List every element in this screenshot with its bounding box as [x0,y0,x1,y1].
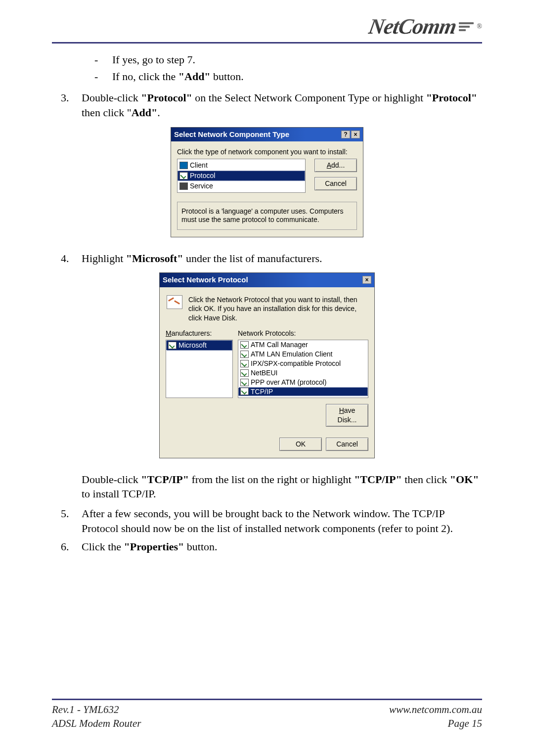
cancel-button[interactable]: Cancel [314,177,357,190]
manufacturers-listbox[interactable]: Microsoft [166,340,233,398]
network-protocol-icon [167,295,182,309]
service-icon [179,182,188,190]
footer-rule [52,699,482,700]
step-3: 3. Double-click "Protocol" on the Select… [52,90,482,120]
bold-tcpip: "TCP/IP" [141,473,189,486]
text-fragment: from the list on the right or highlight [189,473,354,486]
list-item[interactable]: PPP over ATM (protocol) [238,378,368,387]
dialog-title-text: Select Network Protocol [163,275,248,285]
list-item-microsoft[interactable]: Microsoft [166,340,232,351]
text-fragment: on the Select Network Component Type or … [192,91,426,104]
step-4: 4. Highlight "Microsoft" under the list … [52,251,482,266]
text-fragment: Double-click [82,91,141,104]
brand-logo: NetComm [367,14,458,39]
help-button[interactable]: ? [341,131,350,138]
logo-row: NetComm ® [52,14,482,39]
ok-button[interactable]: OK [279,438,322,451]
bold-protocol2: "Protocol" [426,91,477,104]
component-type-listbox[interactable]: Client Protocol Service [177,159,306,193]
text-fragment: Highlight [82,252,126,265]
list-item[interactable]: NetBEUI [238,368,368,378]
step-text: After a few seconds, you will be brought… [82,506,482,535]
step-number: 5. [61,506,75,535]
step-text: Click the "Properties" button. [82,539,482,554]
step-text: Double-click "Protocol" on the Select Ne… [82,90,482,120]
network-protocols-label: Network Protocols: [238,329,368,338]
step-number: 4. [61,251,75,266]
manufacturer-icon [168,342,177,349]
bold-ok: "OK" [450,473,479,486]
text-fragment: If no, click the [112,70,178,83]
dialog-titlebar[interactable]: Select Network Component Type ? × [171,128,363,141]
footer-rev: Rev.1 - YML632 [52,703,141,716]
protocol-icon [179,172,188,179]
dialog-titlebar[interactable]: Select Network Protocol × [160,273,374,287]
list-item[interactable]: ATM Call Manager [238,340,368,350]
select-network-component-dialog: Select Network Component Type ? × Click … [171,127,363,237]
have-disk-button[interactable]: Have Disk... [326,404,368,427]
proto-icon [240,360,249,367]
list-label: TCP/IP [251,387,273,397]
footer-page: Page 15 [389,717,482,730]
list-item-client[interactable]: Client [178,160,305,171]
dialog-prompt: Click the type of network component you … [177,147,357,157]
protocols-listbox[interactable]: ATM Call Manager ATM LAN Emulation Clien… [238,340,368,398]
bold-protocol: "Protocol" [141,91,192,104]
bullet-if-yes: If yes, go to step 7. [94,52,482,67]
close-button[interactable]: × [362,276,371,284]
client-icon [179,162,188,169]
text-fragment: button. [211,70,244,83]
list-label: ATM Call Manager [251,340,308,350]
list-label: ATM LAN Emulation Client [251,350,332,359]
bold-tcpip2: "TCP/IP" [354,473,402,486]
header-rule [52,42,482,44]
footer-url: www.netcomm.com.au [389,703,482,716]
step-number: 3. [61,90,75,120]
footer-product: ADSL Modem Router [52,717,141,730]
document-body: If yes, go to step 7. If no, click the "… [52,50,482,554]
dialog-title-text: Select Network Component Type [174,130,289,139]
manufacturers-label: Manufacturers: [166,329,233,338]
page-footer: Rev.1 - YML632 ADSL Modem Router www.net… [52,699,482,730]
list-item-protocol[interactable]: Protocol [178,171,305,181]
text-fragment: to install TCP/IP. [82,488,156,500]
text-fragment: then click [402,473,450,486]
cancel-button[interactable]: Cancel [326,438,368,451]
list-label: Client [190,161,208,170]
text-fragment: Double-click [82,473,141,486]
list-item-tcpip[interactable]: TCP/IP [238,387,368,397]
list-item[interactable]: ATM LAN Emulation Client [238,350,368,359]
proto-icon [240,351,249,358]
select-network-protocol-dialog: Select Network Protocol × Click the Netw… [159,272,375,458]
list-label: PPP over ATM (protocol) [251,378,327,387]
add-button[interactable]: Add... [314,159,357,172]
text-fragment: Click the [82,540,124,553]
logo-decoration [459,22,474,31]
bullet-if-no: If no, click the "Add" button. [94,69,482,84]
list-label: Protocol [190,171,215,180]
proto-icon [240,369,249,377]
proto-icon [240,379,249,386]
text-fragment: under the list of manufacturers. [183,252,322,265]
text-fragment: . [157,106,160,119]
bold-add2: Add" [132,106,158,119]
list-label: NetBEUI [251,368,277,378]
text-fragment: button. [184,540,217,553]
step-number: 6. [61,539,75,554]
list-item-service[interactable]: Service [178,181,305,191]
footer-right: www.netcomm.com.au Page 15 [389,703,482,730]
list-label: Microsoft [178,341,207,350]
dialog-description: Click the Network Protocol that you want… [188,295,367,323]
step-5: 5. After a few seconds, you will be brou… [52,506,482,535]
step-text: Highlight "Microsoft" under the list of … [82,251,482,266]
proto-icon [240,341,249,349]
registered-mark: ® [477,23,482,31]
close-button[interactable]: × [351,131,360,138]
proto-icon [240,388,249,395]
bold-add: "Add" [178,70,211,83]
list-item[interactable]: IPX/SPX-compatible Protocol [238,359,368,368]
bold-properties: "Properties" [124,540,184,553]
bold-microsoft: "Microsoft" [126,252,183,265]
dialog-description: Protocol is a 'language' a computer uses… [177,202,357,230]
sub-bullet-list: If yes, go to step 7. If no, click the "… [52,50,482,90]
